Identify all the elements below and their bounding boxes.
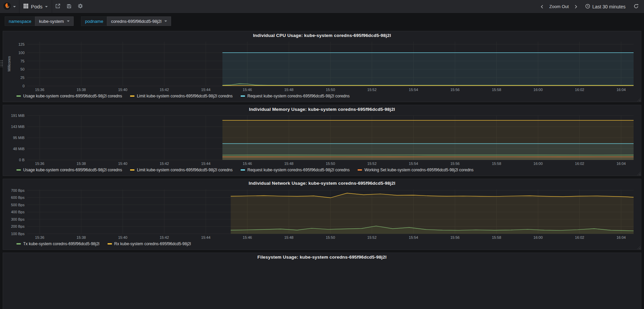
svg-text:15:40: 15:40: [118, 235, 127, 239]
svg-text:15:46: 15:46: [243, 88, 252, 92]
svg-text:15:46: 15:46: [243, 235, 252, 239]
svg-text:15:50: 15:50: [326, 162, 335, 166]
svg-text:15:56: 15:56: [450, 88, 460, 92]
legend-color-swatch: [16, 243, 21, 245]
svg-text:600 Bps: 600 Bps: [11, 195, 25, 200]
dashboard-caret-icon: [45, 6, 48, 7]
legend-color-swatch: [130, 169, 134, 171]
legend-series-name: Usage kube-system coredns-695f96dcd5-98j…: [23, 168, 122, 172]
variable-podname-select[interactable]: coredns-695f96dcd5-98j2l: [107, 16, 171, 26]
svg-text:16:00: 16:00: [533, 235, 543, 239]
variable-namespace-select[interactable]: kube-system: [35, 16, 74, 26]
svg-text:15:38: 15:38: [77, 235, 86, 239]
svg-text:15:50: 15:50: [326, 235, 335, 239]
grafana-logo-button[interactable]: [0, 0, 19, 13]
cpu-usage-chart[interactable]: 025507510012515:3615:3815:4015:4215:4415…: [6, 40, 638, 93]
time-shift-forward-button[interactable]: [571, 4, 580, 9]
svg-text:15:36: 15:36: [35, 88, 44, 92]
svg-text:191 MiB: 191 MiB: [11, 114, 25, 118]
logo-caret-icon: [13, 6, 16, 7]
legend-item[interactable]: Working Set kube-system coredns-695f96dc…: [358, 168, 474, 173]
legend-series-name: Tx kube-system coredns-695f96dcd5-98j2l: [23, 241, 99, 246]
svg-text:15:50: 15:50: [326, 88, 335, 92]
refresh-icon: [634, 4, 639, 10]
svg-text:200 Bps: 200 Bps: [11, 224, 25, 228]
svg-text:100: 100: [18, 51, 25, 55]
memory-usage-legend: Usage kube-system coredns-695f96dcd5-98j…: [3, 167, 641, 176]
save-icon: [67, 4, 72, 10]
time-shift-back-button[interactable]: [537, 4, 547, 9]
svg-text:15:56: 15:56: [450, 162, 460, 166]
svg-text:15:40: 15:40: [118, 88, 127, 92]
legend-series-name: Request kube-system coredns-695f96dcd5-9…: [247, 168, 350, 172]
network-usage-legend: Tx kube-system coredns-695f96dcd5-98j2lR…: [3, 240, 641, 250]
panel-memory-usage: Individual Memory Usage: kube-system cor…: [3, 105, 641, 176]
svg-text:48 MiB: 48 MiB: [13, 147, 25, 151]
panel-title-network[interactable]: Individual Network Usage: kube-system co…: [3, 179, 641, 187]
legend-item[interactable]: Request kube-system coredns-695f96dcd5-9…: [241, 168, 350, 173]
gear-icon: [78, 3, 83, 10]
legend-color-swatch: [241, 169, 245, 171]
save-dashboard-button[interactable]: [64, 0, 75, 13]
svg-text:143 MiB: 143 MiB: [11, 125, 25, 129]
svg-text:400 Bps: 400 Bps: [11, 210, 25, 214]
legend-color-swatch: [108, 243, 112, 245]
legend-item[interactable]: Usage kube-system coredns-695f96dcd5-98j…: [16, 168, 122, 173]
svg-text:15:42: 15:42: [160, 88, 169, 92]
svg-text:16:02: 16:02: [575, 162, 585, 166]
variable-namespace-value: kube-system: [39, 19, 64, 24]
svg-text:15:36: 15:36: [35, 235, 44, 239]
panel-filesystem-usage: Filesystem Usage: kube-system coredns-69…: [3, 253, 641, 309]
legend-series-name: Working Set kube-system coredns-695f96dc…: [364, 168, 474, 172]
svg-text:15:44: 15:44: [201, 162, 211, 166]
filesystem-usage-chart[interactable]: [6, 261, 638, 309]
svg-text:15:48: 15:48: [284, 235, 294, 239]
chevron-down-icon: [67, 20, 70, 22]
chevron-left-icon: [540, 4, 544, 9]
svg-text:15:40: 15:40: [118, 162, 127, 166]
legend-series-name: Usage kube-system coredns-695f96dcd5-98j…: [23, 94, 122, 98]
panel-cpu-usage: Individual CPU Usage: kube-system coredn…: [3, 31, 641, 102]
svg-text:50: 50: [21, 67, 25, 71]
clock-icon: [585, 4, 590, 10]
svg-text:100 Bps: 100 Bps: [11, 232, 25, 236]
panel-title-filesystem[interactable]: Filesystem Usage: kube-system coredns-69…: [3, 253, 641, 261]
chevron-down-icon: [164, 20, 167, 22]
zoom-out-button[interactable]: Zoom Out: [547, 4, 571, 9]
legend-item[interactable]: Limit kube-system coredns-695f96dcd5-98j…: [130, 168, 233, 173]
legend-color-swatch: [130, 95, 134, 97]
svg-text:300 Bps: 300 Bps: [11, 217, 25, 221]
svg-text:15:46: 15:46: [243, 162, 252, 166]
svg-text:16:04: 16:04: [616, 88, 626, 92]
svg-text:15:52: 15:52: [367, 162, 377, 166]
svg-text:25: 25: [21, 76, 25, 80]
svg-text:15:54: 15:54: [409, 88, 418, 92]
time-range-button[interactable]: Last 30 minutes: [582, 4, 628, 10]
dashboard-settings-button[interactable]: [75, 0, 86, 13]
svg-text:95 MiB: 95 MiB: [13, 136, 25, 140]
variable-podname-label: podname: [81, 16, 107, 26]
svg-text:15:52: 15:52: [367, 235, 377, 239]
row-drag-handle-icon[interactable]: [0, 60, 3, 67]
panel-title-cpu[interactable]: Individual CPU Usage: kube-system coredn…: [3, 31, 641, 40]
svg-text:15:58: 15:58: [492, 88, 501, 92]
variable-namespace: namespace kube-system: [5, 16, 74, 26]
dashboard-picker[interactable]: Pods: [19, 0, 52, 13]
legend-item[interactable]: Tx kube-system coredns-695f96dcd5-98j2l: [16, 241, 99, 247]
svg-text:0: 0: [23, 84, 25, 88]
dashboard-grid-icon: [24, 4, 28, 9]
memory-usage-chart[interactable]: 0 B48 MiB95 MiB143 MiB191 MiB15:3615:381…: [6, 114, 638, 167]
timepicker-controls: Zoom Out Last 30 minutes: [537, 4, 644, 10]
legend-item[interactable]: Usage kube-system coredns-695f96dcd5-98j…: [16, 94, 122, 99]
share-button[interactable]: [52, 0, 64, 13]
svg-text:16:04: 16:04: [616, 162, 626, 166]
legend-item[interactable]: Rx kube-system coredns-695f96dcd5-98j2l: [108, 241, 191, 247]
refresh-button[interactable]: [631, 4, 641, 10]
variable-namespace-label: namespace: [5, 16, 35, 26]
legend-item[interactable]: Limit kube-system coredns-695f96dcd5-98j…: [130, 94, 233, 99]
panel-title-memory[interactable]: Individual Memory Usage: kube-system cor…: [3, 105, 641, 114]
template-variables-bar: namespace kube-system podname coredns-69…: [0, 13, 644, 29]
svg-text:16:02: 16:02: [575, 235, 585, 239]
network-usage-chart[interactable]: 100 Bps200 Bps300 Bps400 Bps500 Bps600 B…: [6, 187, 638, 240]
legend-item[interactable]: Request kube-system coredns-695f96dcd5-9…: [241, 94, 350, 99]
